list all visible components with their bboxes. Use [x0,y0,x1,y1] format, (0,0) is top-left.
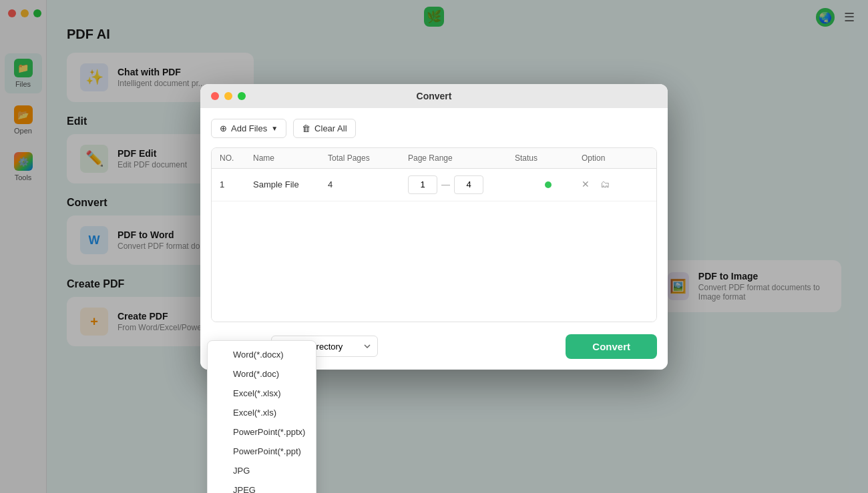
folder-icon[interactable]: 🗂 [600,179,612,191]
format-pptx[interactable]: PowerPoint(*.pptx) [208,422,316,442]
row-option: ✕ 🗂 [582,179,648,191]
format-jpeg[interactable]: JPEG [208,480,316,493]
format-label: JPEG [233,485,256,493]
modal-title: Convert [417,91,452,101]
table-header: NO. Name Total Pages Page Range Status O… [212,148,656,169]
modal-body: ⊕ Add Files ▼ 🗑 Clear All NO. Name Total… [200,108,668,370]
convert-modal: Convert ⊕ Add Files ▼ 🗑 Clear All NO. [200,84,668,370]
add-files-button[interactable]: ⊕ Add Files ▼ [211,119,286,138]
row-no: 1 [220,179,253,189]
option-icons: ✕ 🗂 [582,179,648,191]
table-row: 1 Sample File 4 — [212,169,656,201]
row-status [515,181,582,188]
header-name: Name [253,153,328,163]
format-label: JPG [233,466,250,476]
table-empty-area [212,201,656,322]
modal-titlebar: Convert [200,84,668,108]
page-range-separator: — [441,179,450,189]
modal-maximize-button[interactable] [238,92,246,100]
header-page-range: Page Range [408,153,515,163]
page-from-input[interactable] [408,175,437,194]
trash-icon: 🗑 [302,123,310,133]
header-no: NO. [220,153,253,163]
dropdown-chevron-icon: ▼ [271,125,278,132]
row-total-pages: 4 [328,179,408,189]
add-files-label: Add Files [231,123,267,133]
convert-button[interactable]: Convert [566,334,657,359]
modal-minimize-button[interactable] [224,92,232,100]
page-range-container: — [408,175,515,194]
file-table: NO. Name Total Pages Page Range Status O… [211,147,657,322]
remove-icon[interactable]: ✕ [582,179,594,191]
format-jpg[interactable]: JPG [208,461,316,480]
format-label: PowerPoint(*.pptx) [233,427,305,437]
format-ppt[interactable]: PowerPoint(*.ppt) [208,442,316,461]
modal-close-button[interactable] [211,92,219,100]
page-to-input[interactable] [454,175,483,194]
format-label: PowerPoint(*.ppt) [233,446,301,456]
header-status: Status [515,153,582,163]
modal-traffic-lights [211,92,246,100]
format-dropdown: Word(*.docx) Word(*.doc) Excel(*.xlsx) E… [207,340,316,493]
header-total-pages: Total Pages [328,153,408,163]
row-page-range: — [408,175,515,194]
format-word-doc[interactable]: Word(*.doc) [208,364,316,384]
format-excel-xlsx[interactable]: Excel(*.xlsx) [208,384,316,403]
header-option: Option [582,153,648,163]
format-label: Excel(*.xls) [233,408,276,418]
add-icon: ⊕ [220,123,227,133]
format-label: Word(*.doc) [233,369,279,379]
format-label: Word(*.docx) [233,350,284,360]
format-label: Excel(*.xlsx) [233,388,281,398]
status-dot [545,181,552,188]
modal-overlay: Convert ⊕ Add Files ▼ 🗑 Clear All NO. [0,0,868,493]
modal-toolbar: ⊕ Add Files ▼ 🗑 Clear All [211,119,657,138]
clear-all-label: Clear All [314,123,347,133]
format-word-docx[interactable]: Word(*.docx) [208,345,316,364]
row-name: Sample File [253,179,328,189]
clear-all-button[interactable]: 🗑 Clear All [293,119,355,138]
format-excel-xls[interactable]: Excel(*.xls) [208,403,316,422]
